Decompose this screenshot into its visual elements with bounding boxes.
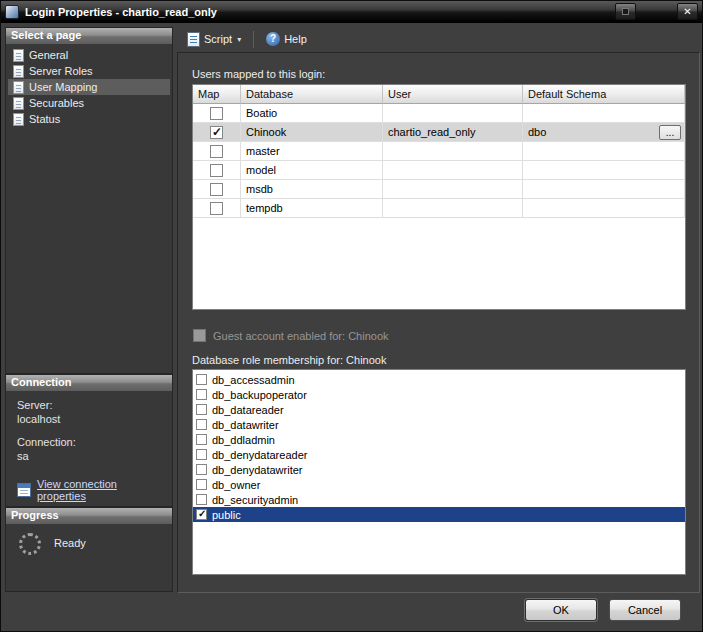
column-header-default-schema: Default Schema (523, 85, 685, 104)
login-properties-icon (5, 5, 19, 19)
script-button[interactable]: Script ▾ (180, 29, 248, 50)
role-checkbox[interactable] (196, 389, 207, 400)
schema-value: dbo (528, 126, 546, 138)
page-list: General Server Roles User Mapping Secura… (6, 44, 172, 130)
user-cell (383, 104, 523, 122)
database-cell: msdb (241, 180, 383, 198)
role-label: db_datawriter (212, 419, 279, 431)
role-checkbox[interactable] (196, 509, 207, 520)
script-button-label: Script (204, 33, 232, 45)
general-page-icon (13, 49, 24, 62)
map-checkbox[interactable] (210, 107, 223, 120)
role-label: db_owner (212, 479, 260, 491)
status-page-icon (13, 113, 24, 126)
role-checkbox[interactable] (196, 419, 207, 430)
role-checkbox[interactable] (196, 404, 207, 415)
role-label: db_securityadmin (212, 494, 298, 506)
sidebar-item-general[interactable]: General (8, 47, 170, 63)
sidebar-item-status[interactable]: Status (8, 111, 170, 127)
view-connection-properties-link[interactable]: View connection properties (37, 478, 161, 502)
user-mapping-page: Users mapped to this login: Map Database… (177, 52, 700, 593)
table-row-chinook[interactable]: Chinook chartio_read_only dbo ... (193, 123, 685, 142)
sidebar-item-securables[interactable]: Securables (8, 95, 170, 111)
role-item-db-datareader[interactable]: db_datareader (193, 402, 685, 417)
help-button-label: Help (284, 33, 307, 45)
sidebar-item-server-roles[interactable]: Server Roles (8, 63, 170, 79)
role-item-db-backupoperator[interactable]: db_backupoperator (193, 387, 685, 402)
toolbar-separator (253, 31, 254, 48)
map-checkbox[interactable] (210, 183, 223, 196)
chevron-down-icon[interactable]: ▾ (237, 35, 241, 44)
map-checkbox[interactable] (210, 164, 223, 177)
window-title: Login Properties - chartio_read_only (25, 6, 615, 18)
guest-account-row: Guest account enabled for: Chinook (193, 329, 389, 342)
sidebar-item-user-mapping[interactable]: User Mapping (8, 79, 170, 95)
table-header-row: Map Database User Default Schema (193, 85, 685, 104)
role-item-db-denydatareader[interactable]: db_denydatareader (193, 447, 685, 462)
map-checkbox[interactable] (210, 126, 223, 139)
login-properties-window: Login Properties - chartio_read_only ✕ S… (0, 0, 703, 632)
map-checkbox[interactable] (210, 202, 223, 215)
role-label: db_datareader (212, 404, 284, 416)
titlebar[interactable]: Login Properties - chartio_read_only ✕ (1, 1, 702, 23)
help-icon: ? (266, 32, 280, 46)
role-label: db_denydatareader (212, 449, 307, 461)
script-icon (187, 32, 200, 47)
cancel-button[interactable]: Cancel (609, 599, 681, 621)
close-button[interactable]: ✕ (677, 3, 698, 20)
role-item-public[interactable]: public (193, 507, 685, 522)
role-checkbox[interactable] (196, 479, 207, 490)
column-header-database: Database (241, 85, 383, 104)
sidebar-item-label: Server Roles (29, 65, 93, 77)
guest-account-checkbox (193, 329, 206, 342)
role-label: db_denydatawriter (212, 464, 303, 476)
role-checkbox[interactable] (196, 434, 207, 445)
connection-properties-icon (17, 483, 31, 497)
role-item-db-accessadmin[interactable]: db_accessadmin (193, 372, 685, 387)
schema-cell (523, 104, 685, 122)
role-membership-list: db_accessadmin db_backupoperator db_data… (192, 369, 686, 575)
user-cell[interactable]: chartio_read_only (383, 123, 523, 141)
guest-account-label: Guest account enabled for: Chinook (213, 330, 389, 342)
role-item-db-datawriter[interactable]: db_datawriter (193, 417, 685, 432)
server-label: Server: (17, 398, 161, 412)
users-mapped-table: Map Database User Default Schema Boatio … (192, 84, 686, 310)
role-item-db-owner[interactable]: db_owner (193, 477, 685, 492)
table-row-boatio[interactable]: Boatio (193, 104, 685, 123)
help-button[interactable]: ? Help (259, 29, 314, 49)
role-item-db-ddladmin[interactable]: db_ddladmin (193, 432, 685, 447)
server-value: localhost (17, 412, 161, 426)
server-roles-page-icon (13, 65, 24, 78)
schema-cell (523, 142, 685, 160)
table-row-model[interactable]: model (193, 161, 685, 180)
user-cell (383, 199, 523, 217)
user-cell (383, 161, 523, 179)
connection-value: sa (17, 449, 161, 463)
database-cell: model (241, 161, 383, 179)
schema-cell (523, 180, 685, 198)
securables-page-icon (13, 97, 24, 110)
table-row-msdb[interactable]: msdb (193, 180, 685, 199)
role-checkbox[interactable] (196, 374, 207, 385)
titlebar-button[interactable] (615, 3, 636, 20)
progress-panel: Progress Ready (5, 507, 173, 592)
table-row-tempdb[interactable]: tempdb (193, 199, 685, 218)
role-checkbox[interactable] (196, 449, 207, 460)
schema-cell[interactable]: dbo ... (523, 123, 685, 141)
map-checkbox[interactable] (210, 145, 223, 158)
role-item-db-denydatawriter[interactable]: db_denydatawriter (193, 462, 685, 477)
column-header-map: Map (193, 85, 241, 104)
titlebar-button-icon (622, 8, 629, 15)
ok-button[interactable]: OK (525, 599, 597, 621)
column-header-user: User (383, 85, 523, 104)
progress-header: Progress (6, 508, 172, 524)
progress-status: Ready (54, 537, 86, 549)
sidebar-item-label: Status (29, 113, 60, 125)
database-cell: master (241, 142, 383, 160)
table-row-master[interactable]: master (193, 142, 685, 161)
browse-schema-button[interactable]: ... (659, 125, 681, 140)
role-checkbox[interactable] (196, 464, 207, 475)
role-checkbox[interactable] (196, 494, 207, 505)
toolbar: Script ▾ ? Help (177, 27, 698, 51)
role-item-db-securityadmin[interactable]: db_securityadmin (193, 492, 685, 507)
